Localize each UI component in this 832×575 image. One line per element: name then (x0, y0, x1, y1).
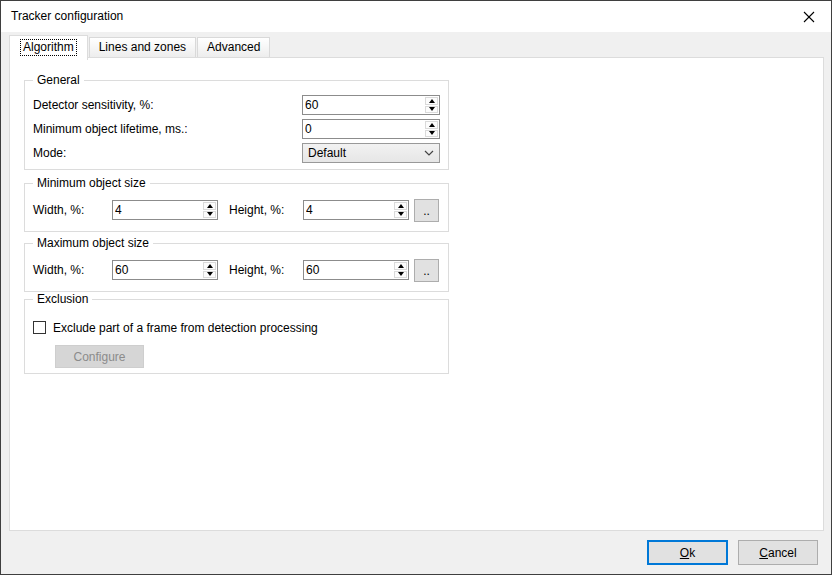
min-lifetime-spinner (424, 120, 439, 138)
detector-sensitivity-spinbox (302, 95, 440, 115)
group-general-legend: General (33, 73, 84, 88)
spin-up-icon[interactable] (425, 97, 438, 105)
tracker-configuration-dialog: Tracker configuration Algorithm Lines an… (0, 0, 832, 575)
spin-up-icon[interactable] (394, 262, 407, 270)
min-width-spinner (202, 201, 217, 219)
max-size-more-button[interactable]: .. (414, 259, 439, 282)
spin-down-icon[interactable] (425, 130, 438, 138)
max-height-label: Height, %: (229, 260, 284, 280)
ok-button[interactable]: Ok (647, 540, 728, 565)
min-height-input[interactable] (304, 201, 393, 219)
mode-label: Mode: (33, 143, 66, 163)
min-size-more-button[interactable]: .. (414, 199, 439, 222)
spin-down-icon[interactable] (203, 271, 216, 279)
spin-up-icon[interactable] (203, 202, 216, 210)
spin-up-icon[interactable] (203, 262, 216, 270)
spin-up-icon[interactable] (394, 202, 407, 210)
min-lifetime-input[interactable] (303, 120, 424, 138)
configure-button-label: Configure (73, 350, 125, 364)
ok-button-label: Ok (680, 546, 695, 560)
close-icon (803, 11, 815, 23)
tab-advanced[interactable]: Advanced (197, 37, 270, 58)
group-minimum-object-size-legend: Minimum object size (33, 176, 150, 191)
spin-up-icon[interactable] (425, 121, 438, 129)
window-title: Tracker configuration (11, 1, 123, 32)
group-maximum-object-size-legend: Maximum object size (33, 236, 153, 251)
configure-button[interactable]: Configure (55, 345, 144, 368)
min-width-spinbox (112, 200, 218, 220)
group-general: General Detector sensitivity, %: Minimum… (24, 80, 449, 170)
detector-sensitivity-label: Detector sensitivity, %: (33, 95, 153, 115)
tab-page-algorithm: General Detector sensitivity, %: Minimum… (9, 57, 824, 531)
tab-lines-and-zones[interactable]: Lines and zones (89, 37, 196, 58)
titlebar[interactable]: Tracker configuration (1, 1, 831, 32)
group-exclusion: Exclusion Exclude part of a frame from d… (24, 299, 449, 374)
tab-strip: Algorithm Lines and zones Advanced (9, 35, 271, 58)
spin-down-icon[interactable] (203, 211, 216, 219)
max-height-spinbox (303, 260, 409, 280)
tab-advanced-label: Advanced (207, 40, 260, 54)
detector-sensitivity-input[interactable] (303, 96, 424, 114)
max-width-spinbox (112, 260, 218, 280)
tab-algorithm[interactable]: Algorithm (9, 35, 88, 60)
max-height-input[interactable] (304, 261, 393, 279)
max-width-label: Width, %: (33, 260, 84, 280)
min-width-label: Width, %: (33, 200, 84, 220)
max-height-spinner (393, 261, 408, 279)
chevron-down-icon (424, 150, 434, 156)
tab-lines-and-zones-label: Lines and zones (99, 40, 186, 54)
min-size-more-label: .. (423, 204, 430, 218)
tab-algorithm-label: Algorithm (20, 39, 77, 56)
min-lifetime-label: Minimum object lifetime, ms.: (33, 119, 188, 139)
group-exclusion-legend: Exclusion (33, 292, 92, 307)
detector-sensitivity-spinner (424, 96, 439, 114)
spin-down-icon[interactable] (394, 271, 407, 279)
min-height-spinbox (303, 200, 409, 220)
min-lifetime-spinbox (302, 119, 440, 139)
min-height-spinner (393, 201, 408, 219)
min-height-label: Height, %: (229, 200, 284, 220)
max-width-spinner (202, 261, 217, 279)
cancel-button-label: Cancel (759, 546, 796, 560)
mode-dropdown-value: Default (308, 146, 346, 160)
group-minimum-object-size: Minimum object size Width, %: Height, %:… (24, 183, 449, 232)
spin-down-icon[interactable] (394, 211, 407, 219)
close-button[interactable] (786, 1, 831, 32)
max-width-input[interactable] (113, 261, 202, 279)
exclude-checkbox[interactable] (33, 321, 46, 334)
max-size-more-label: .. (423, 264, 430, 278)
group-maximum-object-size: Maximum object size Width, %: Height, %:… (24, 243, 449, 292)
mode-dropdown[interactable]: Default (302, 143, 440, 163)
spin-down-icon[interactable] (425, 106, 438, 114)
exclude-checkbox-label[interactable]: Exclude part of a frame from detection p… (53, 318, 318, 338)
cancel-button[interactable]: Cancel (738, 540, 818, 565)
min-width-input[interactable] (113, 201, 202, 219)
